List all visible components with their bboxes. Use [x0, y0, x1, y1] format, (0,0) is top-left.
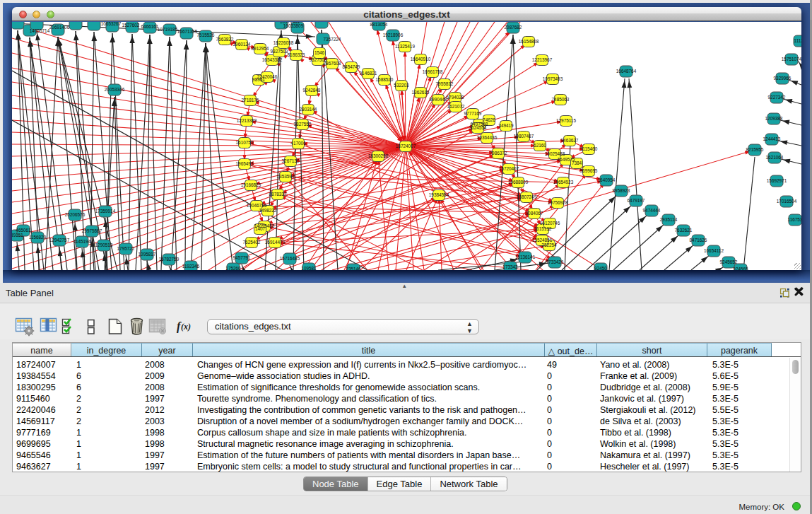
svg-text:1640954: 1640954 — [598, 177, 616, 182]
svg-text:1733426: 1733426 — [546, 259, 564, 264]
svg-text:62160: 62160 — [534, 143, 546, 148]
svg-text:924565: 924565 — [733, 267, 748, 270]
svg-text:2867608: 2867608 — [324, 61, 341, 66]
svg-text:19654923: 19654923 — [553, 180, 574, 185]
svg-text:10025488: 10025488 — [545, 151, 565, 156]
svg-text:1795722: 1795722 — [117, 246, 135, 251]
svg-text:8958923: 8958923 — [613, 188, 630, 193]
svg-text:10371311: 10371311 — [280, 22, 300, 24]
svg-text:8454749: 8454749 — [343, 64, 360, 69]
svg-text:1965493: 1965493 — [236, 161, 254, 166]
svg-text:235146: 235146 — [346, 267, 361, 270]
svg-text:8215955: 8215955 — [746, 147, 764, 152]
svg-text:1407: 1407 — [255, 226, 266, 231]
svg-text:1527602: 1527602 — [122, 23, 140, 28]
svg-text:20364436: 20364436 — [477, 135, 498, 140]
svg-text:1621064: 1621064 — [766, 155, 784, 160]
svg-text:7485063: 7485063 — [552, 97, 570, 102]
svg-text:1145194: 1145194 — [73, 239, 91, 244]
svg-text:465061: 465061 — [16, 228, 31, 233]
svg-text:116753: 116753 — [788, 217, 801, 222]
svg-text:9084067: 9084067 — [526, 211, 543, 216]
svg-text:7986372: 7986372 — [490, 151, 507, 156]
svg-text:1615132: 1615132 — [534, 226, 552, 231]
svg-text:9245652: 9245652 — [720, 259, 738, 264]
svg-text:10653267: 10653267 — [101, 22, 122, 26]
svg-text:10719185: 10719185 — [158, 27, 178, 32]
svg-text:19384554: 19384554 — [429, 192, 449, 197]
svg-text:1095817: 1095817 — [139, 252, 156, 257]
svg-text:10654112: 10654112 — [704, 248, 724, 253]
svg-text:74626: 74626 — [483, 117, 495, 122]
svg-text:(x): (x) — [181, 322, 191, 332]
svg-text:10973493: 10973493 — [543, 76, 563, 81]
svg-text:9329966: 9329966 — [774, 76, 792, 81]
svg-text:15692971: 15692971 — [767, 178, 787, 183]
svg-text:20691406: 20691406 — [49, 25, 70, 30]
svg-text:7515526: 7515526 — [197, 33, 215, 37]
svg-text:16671355: 16671355 — [177, 29, 198, 34]
svg-text:9463627: 9463627 — [561, 138, 579, 143]
svg-text:9146821: 9146821 — [360, 71, 377, 76]
svg-text:7384: 7384 — [572, 160, 582, 165]
svg-text:29975867: 29975867 — [82, 228, 102, 233]
svg-text:16543382: 16543382 — [262, 57, 283, 62]
svg-text:12213967: 12213967 — [532, 57, 553, 62]
svg-text:175260: 175260 — [225, 266, 241, 270]
svg-text:1362615: 1362615 — [412, 90, 430, 95]
svg-text:16120746: 16120746 — [540, 221, 560, 226]
svg-text:109581: 109581 — [301, 266, 317, 270]
svg-text:9827552: 9827552 — [294, 122, 312, 127]
svg-text:3267130: 3267130 — [282, 158, 300, 163]
svg-text:1610755: 1610755 — [236, 140, 254, 145]
svg-text:7357224: 7357224 — [324, 37, 341, 42]
svg-text:3624554: 3624554 — [469, 125, 487, 130]
svg-text:1498222: 1498222 — [259, 208, 277, 213]
svg-text:9699695: 9699695 — [580, 168, 598, 173]
svg-text:17359914: 17359914 — [95, 209, 116, 214]
svg-text:7955812: 7955812 — [436, 81, 454, 86]
svg-text:9242848: 9242848 — [303, 88, 321, 93]
svg-text:13524851: 13524851 — [532, 238, 553, 243]
svg-text:19218906: 19218906 — [383, 33, 404, 37]
svg-text:12975115: 12975115 — [556, 118, 576, 123]
svg-text:1588520: 1588520 — [376, 77, 394, 82]
svg-text:8990448: 8990448 — [430, 97, 447, 102]
svg-text:10807487: 10807487 — [514, 134, 534, 139]
svg-text:16914479: 16914479 — [265, 240, 286, 245]
svg-text:7663822: 7663822 — [216, 37, 234, 42]
svg-text:18226058: 18226058 — [273, 40, 294, 45]
svg-text:18807249: 18807249 — [517, 194, 537, 199]
svg-text:1192345: 1192345 — [182, 264, 200, 269]
svg-text:9327503: 9327503 — [271, 49, 288, 54]
svg-text:18724007: 18724007 — [396, 144, 416, 148]
svg-text:10688809: 10688809 — [508, 180, 529, 185]
svg-text:92450: 92450 — [594, 266, 607, 270]
svg-text:1353594: 1353594 — [277, 174, 295, 179]
svg-text:20206576: 20206576 — [65, 212, 86, 217]
svg-text:15136141: 15136141 — [515, 255, 536, 259]
svg-text:2087682: 2087682 — [505, 25, 522, 30]
svg-text:2803144: 2803144 — [300, 107, 317, 112]
svg-text:39151: 39151 — [12, 233, 23, 238]
svg-text:349419: 349419 — [498, 123, 514, 128]
svg-text:16961758: 16961758 — [423, 69, 443, 74]
svg-text:11325419: 11325419 — [395, 44, 415, 49]
svg-text:16782759: 16782759 — [159, 257, 180, 262]
svg-text:9457791: 9457791 — [233, 255, 251, 260]
svg-text:11124: 11124 — [794, 38, 801, 43]
svg-text:2718176: 2718176 — [242, 98, 259, 103]
svg-text:17016504: 17016504 — [777, 199, 797, 204]
svg-text:6794028: 6794028 — [447, 95, 464, 100]
svg-text:14055714: 14055714 — [30, 28, 50, 33]
svg-text:8186323: 8186323 — [288, 52, 305, 57]
svg-text:9474444: 9474444 — [643, 208, 661, 213]
svg-text:532203: 532203 — [394, 83, 409, 88]
svg-text:12942757: 12942757 — [49, 238, 70, 243]
svg-text:6479197: 6479197 — [628, 198, 645, 203]
svg-text:1546: 1546 — [314, 50, 325, 55]
svg-text:9227342: 9227342 — [768, 95, 786, 100]
svg-text:20053346: 20053346 — [105, 87, 125, 92]
svg-text:15751074: 15751074 — [782, 57, 801, 62]
svg-text:18300295: 18300295 — [368, 153, 389, 158]
